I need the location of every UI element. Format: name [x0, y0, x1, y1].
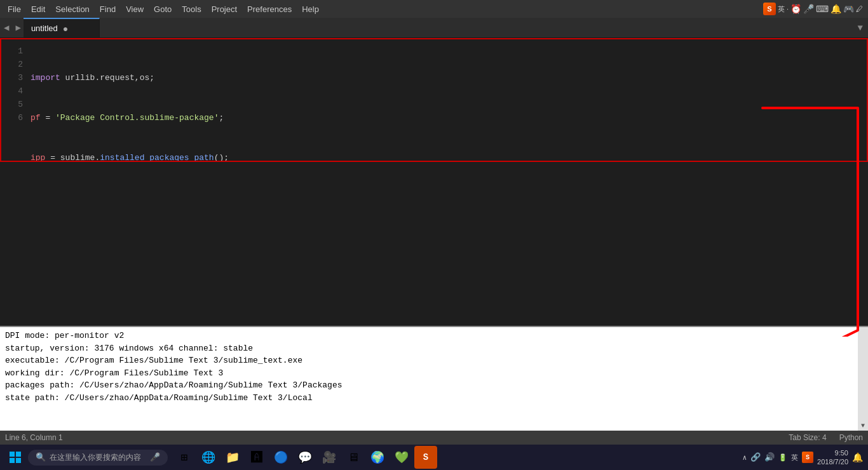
- taskbar-apps: ⊞ 🌐 📁 🅰 🔵 💬 🎥 🖥 🌍 💚 S: [173, 446, 437, 469]
- taskbar-app-red[interactable]: 🅰: [245, 446, 268, 469]
- sublime-logo-icon: S: [763, 3, 776, 15]
- taskbar-app-screen[interactable]: 🖥: [342, 446, 365, 469]
- menu-preferences[interactable]: Preferences: [242, 0, 297, 18]
- code-line-2: pf = 'Package Control.sublime-package';: [31, 111, 864, 124]
- notification-button[interactable]: 🔔: [852, 452, 863, 463]
- console-line-5: packages path: /C/Users/zhao/AppData/Roa…: [5, 379, 855, 392]
- tray-icon-5: ⌨: [816, 4, 829, 14]
- menu-selection[interactable]: Selection: [50, 0, 94, 18]
- menu-tools[interactable]: Tools: [177, 0, 206, 18]
- language-indicator[interactable]: Python: [839, 433, 863, 442]
- tray-expand[interactable]: ∧: [742, 453, 747, 462]
- taskbar-app-multitasking[interactable]: ⊞: [173, 446, 196, 469]
- code-line-1: import urllib.request,os;: [31, 71, 864, 84]
- menu-file[interactable]: File: [3, 0, 26, 18]
- tray-sublime-icon[interactable]: S: [802, 452, 813, 463]
- clock-time: 9:50: [817, 448, 848, 457]
- tray-icon-8: 🖊: [856, 5, 863, 13]
- line-numbers: 1 2 3 4 5 6: [1, 39, 28, 161]
- taskbar-tray: ∧ 🔗 🔊 🔋 英 S 9:50 2018/7/20 🔔: [742, 448, 865, 467]
- tray-icon-3: ⏰: [790, 4, 801, 14]
- taskbar-app-chat[interactable]: 💬: [294, 446, 316, 469]
- tab-size[interactable]: Tab Size: 4: [789, 433, 826, 442]
- tray-volume[interactable]: 🔊: [764, 452, 775, 462]
- console-line-3: executable: /C/Program Files/Sublime Tex…: [5, 354, 855, 367]
- code-area[interactable]: import urllib.request,os; pf = 'Package …: [28, 39, 867, 161]
- clock-date: 2018/7/20: [817, 457, 848, 466]
- menu-view[interactable]: View: [121, 0, 149, 18]
- taskbar-search[interactable]: 🔍 在这里输入你要搜索的内容 🎤: [28, 450, 168, 466]
- taskbar-app-wechat[interactable]: 💚: [390, 446, 413, 469]
- tray-icon-1: 英: [778, 4, 785, 14]
- taskbar-search-text: 在这里输入你要搜索的内容: [50, 452, 141, 463]
- cursor-position: Line 6, Column 1: [5, 433, 63, 442]
- tray-icon-6: 🔔: [831, 4, 841, 14]
- taskbar-app-blue[interactable]: 🔵: [269, 446, 292, 469]
- empty-editor-area[interactable]: [0, 162, 868, 326]
- code-editor: 1 2 3 4 5 6 import urllib.request,os; pf…: [0, 38, 868, 162]
- tray-icon-2: ·: [787, 5, 789, 13]
- tab-nav-left[interactable]: ◀: [0, 18, 13, 37]
- console-content: DPI mode: per-monitor v2 startup, versio…: [0, 327, 868, 406]
- tray-network[interactable]: 🔗: [750, 452, 761, 462]
- console-line-6: state path: /C/Users/zhao/AppData/Roamin…: [5, 392, 855, 405]
- tabbar-dropdown[interactable]: ▼: [858, 18, 868, 37]
- start-button[interactable]: [3, 445, 28, 470]
- menu-project[interactable]: Project: [207, 0, 242, 18]
- console-scroll-down[interactable]: ▼: [860, 421, 866, 431]
- search-icon: 🔍: [36, 452, 46, 462]
- menu-find[interactable]: Find: [95, 0, 121, 18]
- taskbar-app-video[interactable]: 🎥: [318, 446, 341, 469]
- tab-nav-right[interactable]: ▶: [13, 18, 23, 37]
- console-scrollbar[interactable]: ▼: [858, 327, 868, 431]
- tray-icon-4: 🎤: [803, 4, 814, 14]
- menubar: File Edit Selection Find View Goto Tools…: [3, 0, 763, 18]
- menu-help[interactable]: Help: [297, 0, 324, 18]
- tab-title: untitled: [31, 24, 58, 33]
- statusbar: Line 6, Column 1 Tab Size: 4 Python: [0, 431, 868, 445]
- console-panel: DPI mode: per-monitor v2 startup, versio…: [0, 326, 868, 431]
- menu-goto[interactable]: Goto: [149, 0, 177, 18]
- tray-icon-7: 🎮: [843, 4, 854, 14]
- console-line-1: DPI mode: per-monitor v2: [5, 330, 855, 342]
- taskbar-app-edge[interactable]: 🌐: [197, 446, 220, 469]
- taskbar-app-chrome[interactable]: 🌍: [366, 446, 389, 469]
- menubar-right-icons: S 英 · ⏰ 🎤 ⌨ 🔔 🎮 🖊: [763, 3, 865, 15]
- tray-ime[interactable]: 英: [791, 453, 798, 462]
- statusbar-right: Tab Size: 4 Python: [789, 433, 863, 442]
- taskbar-app-files[interactable]: 📁: [221, 446, 244, 469]
- tab-untitled[interactable]: untitled ●: [24, 18, 100, 37]
- menu-edit[interactable]: Edit: [26, 0, 50, 18]
- taskbar-clock[interactable]: 9:50 2018/7/20: [817, 448, 848, 467]
- code-line-3: ipp = sublime.installed_packages_path();: [31, 151, 864, 161]
- tray-battery[interactable]: 🔋: [778, 453, 787, 462]
- console-line-2: startup, version: 3176 windows x64 chann…: [5, 342, 855, 355]
- tab-modified-dot[interactable]: ●: [63, 24, 68, 34]
- taskbar-app-sublime[interactable]: S: [414, 446, 437, 469]
- mic-icon: 🎤: [150, 452, 160, 462]
- console-line-4: working dir: /C/Program Files/Sublime Te…: [5, 367, 855, 380]
- windows-taskbar: 🔍 在这里输入你要搜索的内容 🎤 ⊞ 🌐 📁 🅰 🔵 💬 🎥 🖥 🌍 💚 S ∧…: [0, 445, 868, 470]
